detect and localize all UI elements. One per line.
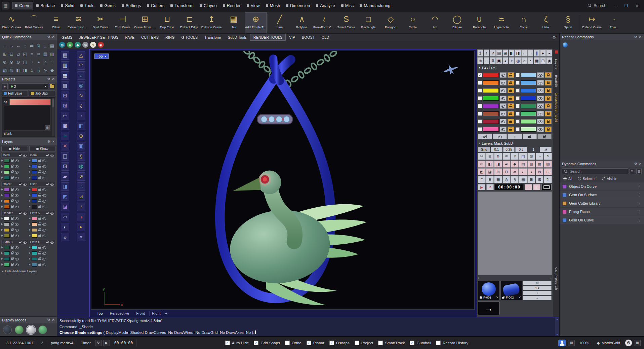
strip-tool-icon-1[interactable]: △	[77, 51, 85, 60]
visibility-button[interactable]	[537, 103, 544, 109]
expand-arrow-icon[interactable]	[29, 177, 31, 179]
eye-icon[interactable]	[42, 205, 46, 208]
dynamic-command-gem-on-curve[interactable]: Gem On Curve⋮	[560, 216, 644, 224]
tool-extract-isocurve-fr[interactable]: ≋Extract Isocurve Fr...	[67, 12, 89, 33]
eye-icon[interactable]	[42, 159, 46, 162]
tool-polyline[interactable]: ∧Polyline	[291, 12, 313, 33]
ribbon-tab-transform[interactable]: Transform	[201, 34, 225, 41]
lock-icon[interactable]	[11, 159, 14, 162]
strip-tool-icon-20[interactable]: ◫	[61, 152, 69, 161]
viewport[interactable]: Top ▾ y x	[89, 49, 476, 317]
menu-manufacturing[interactable]: Manufacturing	[357, 2, 393, 9]
layer-color-swatch[interactable]	[483, 119, 499, 124]
rp-tool-a-6[interactable]: ◨	[515, 49, 521, 57]
layer-color-swatch[interactable]	[32, 222, 37, 226]
quick-command-icon-14[interactable]: ▤	[42, 50, 48, 58]
tool-fillet-curves[interactable]: ⌒Fillet Curves	[23, 12, 45, 33]
strip-tool-icon-29[interactable]: ⊿	[77, 193, 85, 201]
eye-icon[interactable]	[42, 246, 46, 249]
quick-command-icon-10[interactable]: ⊿	[15, 50, 21, 58]
strip-tool-icon-5[interactable]: ○	[77, 71, 85, 80]
visibility-button[interactable]	[500, 80, 507, 85]
eye-icon[interactable]	[15, 257, 19, 260]
layer-checkbox[interactable]	[516, 112, 520, 116]
quick-command-icon-4[interactable]: ⇄	[29, 42, 35, 49]
dynamic-search-input[interactable]: Search	[562, 168, 628, 174]
mg-tool-3-5[interactable]: ▤	[519, 176, 527, 183]
tool-parabola[interactable]: ∪Parabola	[468, 12, 490, 33]
strip-tool-icon-34[interactable]: ◐	[61, 223, 69, 231]
close-icon[interactable]: ✕	[52, 140, 55, 143]
tool-jali[interactable]: ▦Jali	[223, 12, 245, 33]
document-name[interactable]: patig medz-4	[47, 340, 77, 346]
gear-icon[interactable]: ⚙	[47, 77, 50, 81]
project-thumbnail[interactable]	[9, 99, 51, 105]
layer-color-swatch[interactable]	[483, 80, 499, 85]
side-tab-boxedit[interactable]: BoxEdit	[555, 75, 558, 87]
lock-icon[interactable]	[38, 165, 41, 168]
layer-color-swatch[interactable]	[4, 222, 10, 226]
layer-row[interactable]	[29, 193, 56, 198]
layer-color-swatch[interactable]	[32, 205, 37, 209]
preview-scroll-row[interactable]: ‹›	[477, 276, 553, 280]
layer-color-swatch[interactable]	[4, 165, 10, 168]
grid-toggle-icon[interactable]: ⇄	[540, 147, 552, 152]
eye-icon[interactable]	[15, 263, 19, 266]
mg-tool-0-7[interactable]: ◔	[536, 153, 544, 160]
quick-command-icon-9[interactable]: ⊟	[8, 50, 14, 58]
layer-row[interactable]	[1, 250, 28, 256]
layer-color-swatch[interactable]	[521, 88, 536, 93]
layer-color-swatch[interactable]	[4, 228, 10, 232]
strip-tool-icon-33[interactable]: ◑	[77, 213, 85, 221]
next-arrow-button[interactable]: →	[478, 302, 499, 315]
lock-icon[interactable]	[11, 165, 14, 168]
rp-tool-b-9[interactable]: ▦	[534, 57, 540, 64]
layer-color-swatch[interactable]	[32, 188, 37, 191]
strip-tool-icon-15[interactable]: ◧	[77, 122, 85, 130]
quick-command-icon-5[interactable]: ⇅	[36, 42, 42, 49]
lock-icon[interactable]	[11, 205, 14, 208]
eye-icon[interactable]	[15, 200, 19, 203]
lock-button[interactable]	[508, 88, 514, 93]
eye-icon[interactable]	[42, 229, 46, 232]
mg-tool-0-0[interactable]: ✂	[478, 153, 486, 160]
ribbon-tab-render-tools[interactable]: RENDER TOOLS	[250, 34, 286, 41]
layer-color-swatch[interactable]	[32, 159, 37, 163]
display-mode-rendered[interactable]	[38, 325, 47, 334]
expand-arrow-icon[interactable]	[1, 217, 3, 219]
expand-arrow-icon[interactable]	[1, 264, 3, 266]
quick-command-icon-0[interactable]: ⌐	[2, 42, 8, 49]
visibility-button[interactable]	[500, 119, 507, 124]
toggle-smarttrack[interactable]: SmartTrack	[378, 341, 405, 345]
quick-command-icon-2[interactable]: ↔	[15, 42, 21, 49]
eye-icon[interactable]	[15, 165, 19, 168]
viewport-tab-front[interactable]: Front	[134, 311, 147, 316]
timer-loop-button[interactable]: ↻	[95, 340, 102, 346]
expand-arrow-icon[interactable]	[1, 206, 3, 208]
menu-transform[interactable]: Transform	[167, 2, 197, 9]
filter-all[interactable]: All	[563, 177, 572, 181]
menu-settings[interactable]: Settings	[119, 2, 144, 9]
layer-checkbox[interactable]	[478, 127, 482, 131]
rp-tool-a-10[interactable]: ▸	[540, 49, 546, 57]
lock-button[interactable]	[545, 127, 552, 132]
eye-icon[interactable]	[15, 171, 19, 174]
mg-tool-2-2[interactable]: ⊞	[494, 168, 502, 175]
menu-gems[interactable]: Gems	[97, 2, 118, 9]
layer-row[interactable]	[1, 198, 28, 204]
mg-tool-3-4[interactable]: §	[511, 176, 519, 183]
tool-helix[interactable]: ζHelix	[535, 12, 557, 33]
layer-color-swatch[interactable]	[483, 104, 499, 108]
menu-mesh[interactable]: Mesh	[263, 2, 283, 9]
gear-icon[interactable]: ⚙	[47, 318, 50, 322]
scroll-up-icon[interactable]: ▲	[556, 318, 558, 320]
lock-button[interactable]	[508, 111, 514, 116]
viewport-tab-top[interactable]: Top	[94, 311, 105, 316]
strip-tool-icon-23[interactable]: ◍	[77, 162, 85, 171]
display-mode-wireframe[interactable]	[3, 325, 12, 334]
layer-color-swatch[interactable]	[32, 234, 37, 238]
grid-size-0-1[interactable]: 0.1	[491, 147, 502, 152]
rp-tool-b-7[interactable]: ⌂	[521, 57, 527, 64]
add-project-button[interactable]: +	[2, 83, 8, 89]
eye-icon[interactable]	[15, 229, 19, 232]
